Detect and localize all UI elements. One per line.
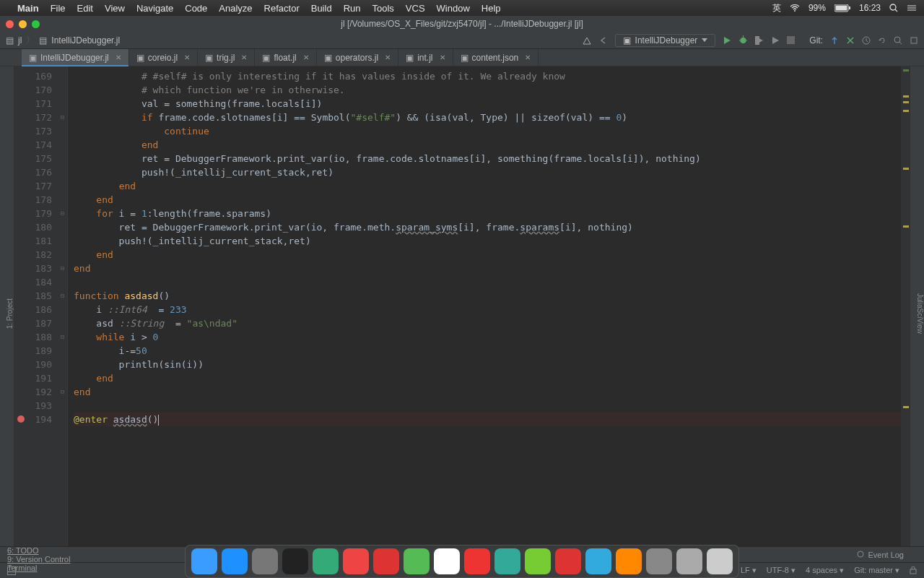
toolwindow-terminal[interactable]: Terminal (7, 564, 70, 572)
run-config-selector[interactable]: ▣ IntelliJDebugger (615, 34, 716, 47)
git-update-button[interactable] (830, 36, 839, 45)
dock-activity-icon[interactable] (313, 548, 339, 574)
dock-g-icon[interactable] (464, 548, 490, 574)
build-button[interactable] (582, 35, 592, 46)
chevron-down-icon (702, 38, 707, 42)
spotlight-icon[interactable] (889, 4, 898, 12)
menu-view[interactable]: View (105, 3, 125, 14)
clock[interactable]: 16:23 (859, 3, 881, 13)
close-icon[interactable]: ✕ (184, 53, 190, 61)
dock-settings-icon[interactable] (252, 548, 278, 574)
file-icon: ▤ (39, 35, 47, 46)
menu-tools[interactable]: Tools (372, 3, 394, 14)
dock-x-icon[interactable] (646, 548, 672, 574)
menu-run[interactable]: Run (344, 3, 361, 14)
zoom-button[interactable] (32, 20, 40, 28)
dock-appstore-icon[interactable] (222, 548, 248, 574)
dock-chrome-icon[interactable] (343, 548, 369, 574)
wifi-icon[interactable] (790, 4, 800, 12)
menu-vcs[interactable]: VCS (406, 3, 425, 14)
tab-int-jl[interactable]: ▣int.jl✕ (398, 49, 453, 66)
search-everywhere-button[interactable] (894, 36, 902, 45)
dock-dict-icon[interactable] (555, 548, 581, 574)
git-revert-button[interactable] (878, 36, 886, 45)
breadcrumb-project[interactable]: jl (18, 35, 22, 46)
control-center-icon[interactable] (907, 4, 917, 12)
menu-code[interactable]: Code (185, 3, 207, 14)
run-button[interactable] (723, 36, 731, 45)
close-icon[interactable]: ✕ (525, 53, 531, 61)
dock-qq-icon[interactable] (434, 548, 460, 574)
macos-menubar: Main FileEditViewNavigateCodeAnalyzeRefa… (0, 0, 924, 16)
nav-back-button[interactable] (599, 36, 608, 45)
error-stripe[interactable] (901, 66, 910, 546)
stop-button[interactable] (787, 36, 795, 44)
file-icon: ▣ (136, 53, 144, 63)
menu-file[interactable]: File (51, 3, 66, 14)
tab-float-jl[interactable]: ▣float.jl✕ (255, 49, 316, 66)
close-icon[interactable]: ✕ (241, 53, 247, 61)
code-editor[interactable]: 1691701711721731741751761771781791801811… (14, 66, 910, 546)
dock-code-icon[interactable] (494, 548, 520, 574)
menu-navigate[interactable]: Navigate (136, 3, 173, 14)
fold-gutter[interactable]: ⊟⊟⊟⊟⊟⊟ (58, 66, 68, 546)
indent-info[interactable]: 4 spaces ▾ (806, 566, 844, 575)
menu-refactor[interactable]: Refactor (264, 3, 300, 14)
dock-studio-icon[interactable] (525, 548, 551, 574)
code-content[interactable]: # #self# is only interesting if it has v… (68, 66, 901, 546)
window-controls (6, 20, 40, 28)
menu-build[interactable]: Build (311, 3, 332, 14)
close-icon[interactable]: ✕ (440, 53, 445, 61)
close-icon[interactable]: ✕ (303, 53, 309, 61)
tab-trig-jl[interactable]: ▣trig.jl✕ (198, 49, 255, 66)
tray-ime[interactable]: 英 (772, 2, 781, 14)
line-number-gutter[interactable]: 1691701711721731741751761771781791801811… (14, 66, 58, 546)
tab-label: int.jl (417, 53, 432, 63)
menu-window[interactable]: Window (437, 3, 470, 14)
toolwindow-9-version-control[interactable]: 9: Version Control (7, 555, 70, 564)
dock-intellij-icon[interactable] (616, 548, 642, 574)
line-ending[interactable]: LF ▾ (741, 566, 757, 575)
toolwindow-6-todo[interactable]: 6: TODO (7, 546, 70, 555)
breakpoint-icon[interactable] (17, 415, 25, 423)
tab-content-json[interactable]: ▣content.json✕ (453, 49, 539, 66)
menu-app[interactable]: Main (17, 3, 39, 14)
lock-icon[interactable] (910, 566, 917, 574)
status-icon[interactable] (7, 566, 16, 575)
tab-coreio-jl[interactable]: ▣coreio.jl✕ (129, 49, 198, 66)
run-config-label: IntelliJDebugger (635, 35, 698, 46)
macos-dock (185, 545, 739, 578)
file-icon: ▣ (205, 53, 213, 63)
tool-1-project[interactable]: 1: Project (6, 298, 14, 329)
close-icon[interactable]: ✕ (385, 53, 391, 61)
window-title: jl [/Volumes/OS_X_Files/git/zxj5470/jl] … (341, 19, 583, 29)
tool-juliasciview[interactable]: JuliaSciView (916, 293, 924, 334)
minimize-button[interactable] (19, 20, 27, 28)
breadcrumb-file[interactable]: IntelliJDebugger.jl (51, 35, 120, 46)
menu-analyze[interactable]: Analyze (219, 3, 252, 14)
dock-finder-icon[interactable] (191, 548, 217, 574)
coverage-button[interactable] (755, 36, 764, 45)
file-encoding[interactable]: UTF-8 ▾ (767, 566, 796, 575)
dock-terminal-icon[interactable] (282, 548, 308, 574)
dock-music-icon[interactable] (373, 548, 399, 574)
debug-button[interactable] (738, 35, 748, 45)
menu-edit[interactable]: Edit (77, 3, 93, 14)
git-commit-button[interactable] (846, 36, 855, 45)
tab-label: coreio.jl (148, 53, 178, 63)
close-button[interactable] (6, 20, 14, 28)
git-history-button[interactable] (862, 36, 871, 45)
event-log-button[interactable]: Event Log (857, 551, 904, 559)
tab-operators-jl[interactable]: ▣operators.jl✕ (317, 49, 398, 66)
battery-icon (834, 4, 850, 12)
git-branch[interactable]: Git: master ▾ (854, 566, 899, 575)
tab-intellijdebugger-jl[interactable]: ▣IntelliJDebugger.jl✕ (22, 49, 129, 66)
close-icon[interactable]: ✕ (116, 53, 121, 61)
dock-app-icon[interactable] (676, 548, 702, 574)
dock-mini-icon[interactable] (404, 548, 430, 574)
profile-button[interactable] (771, 36, 780, 45)
dock-telegram-icon[interactable] (585, 548, 611, 574)
menu-help[interactable]: Help (481, 3, 501, 14)
ide-settings-button[interactable] (910, 36, 918, 45)
dock-trash-icon[interactable] (707, 548, 733, 574)
